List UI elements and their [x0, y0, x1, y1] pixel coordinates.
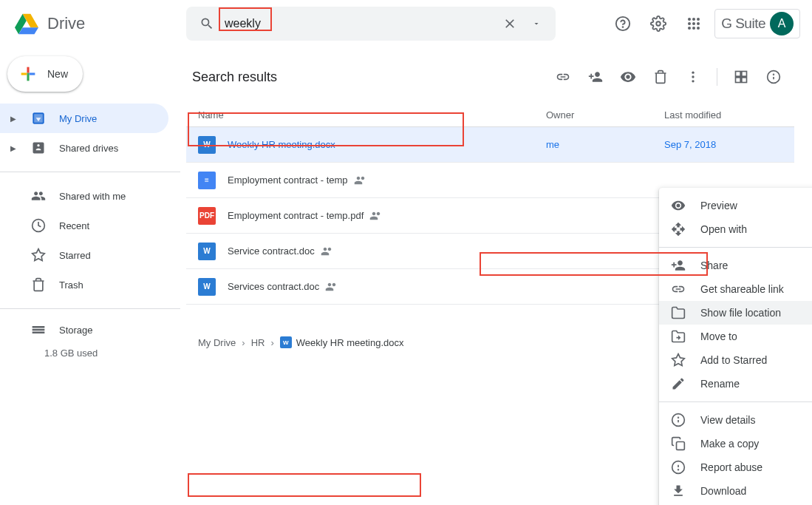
menu-item-show-file-location[interactable]: Show file location	[659, 301, 812, 325]
share-icon[interactable]	[581, 62, 610, 92]
col-owner[interactable]: Owner	[546, 109, 664, 121]
word-file-icon: W	[280, 336, 292, 348]
shared-icon	[321, 245, 334, 258]
expand-icon[interactable]: ▶	[9, 115, 18, 123]
sidebar-item-recent[interactable]: Recent	[0, 211, 168, 240]
pdf-file-icon: PDF	[198, 207, 216, 225]
menu-item-share[interactable]: Share	[659, 254, 812, 277]
file-row[interactable]: W Weekly HR meeting.docx me Sep 7, 2018	[186, 127, 794, 163]
menu-item-add-to-starred[interactable]: Add to Starred	[659, 348, 812, 372]
svg-point-23	[774, 74, 774, 75]
file-owner: me	[546, 139, 664, 150]
avatar[interactable]: A	[770, 12, 794, 35]
sidebar-item-label: Shared drives	[59, 143, 118, 154]
svg-point-8	[697, 22, 700, 25]
menu-item-label: Make a copy	[700, 438, 759, 450]
svg-marker-13	[33, 249, 45, 261]
sidebar-icon	[30, 217, 47, 234]
search-input[interactable]	[222, 17, 497, 30]
sidebar-item-label: Shared with me	[59, 191, 126, 202]
svg-point-11	[697, 27, 700, 30]
menu-item-move-to[interactable]: Move to	[659, 325, 812, 348]
context-menu: Preview Open with › Share Get shareable …	[659, 188, 812, 505]
breadcrumb: My Drive › HR › W Weekly HR meeting.docx	[186, 328, 415, 357]
drive-icon	[30, 139, 47, 157]
docx-file-icon: W	[198, 278, 216, 296]
folder-icon	[671, 305, 686, 320]
chevron-right-icon: ›	[242, 337, 245, 348]
gsuite-label: G Suite	[721, 16, 765, 32]
breadcrumb-part[interactable]: My Drive	[198, 337, 236, 348]
col-modified[interactable]: Last modified	[664, 109, 782, 121]
menu-item-download[interactable]: Download	[659, 479, 812, 503]
sidebar-links: Shared with me Recent Starred Trash	[0, 178, 180, 302]
sidebar-icon	[30, 187, 47, 205]
link-icon[interactable]	[548, 62, 578, 92]
preview-icon[interactable]	[613, 62, 643, 92]
menu-item-view-details[interactable]: View details	[659, 408, 812, 432]
toolbar-divider	[717, 68, 717, 86]
shared-icon	[354, 174, 367, 187]
settings-icon[interactable]	[644, 9, 673, 38]
menu-item-report-abuse[interactable]: Report abuse	[659, 455, 812, 479]
new-button[interactable]: New	[7, 56, 83, 92]
openwith-icon	[671, 222, 686, 237]
svg-rect-17	[736, 72, 741, 77]
menu-item-open-with[interactable]: Open with ›	[659, 217, 812, 241]
docx-file-icon: W	[198, 136, 216, 154]
svg-point-5	[697, 18, 700, 21]
sidebar-divider	[0, 172, 180, 172]
moveto-icon	[671, 329, 686, 344]
sidebar-item-label: Starred	[59, 250, 91, 261]
svg-point-6	[688, 22, 691, 25]
menu-item-rename[interactable]: Rename	[659, 372, 812, 396]
search-options-icon[interactable]	[523, 10, 550, 37]
svg-point-7	[692, 22, 695, 25]
storage-label: Storage	[59, 325, 93, 336]
menu-item-get-shareable-link[interactable]: Get shareable link	[659, 277, 812, 301]
sidebar-icon	[30, 276, 47, 294]
file-name: Services contract.doc	[228, 280, 546, 294]
svg-point-14	[692, 72, 694, 74]
sidebar-item-label: Recent	[59, 220, 89, 231]
download-icon	[671, 484, 686, 498]
sidebar-item-my-drive[interactable]: ▶ My Drive	[0, 104, 168, 133]
storage-used: 1.8 GB used	[0, 345, 180, 362]
svg-point-1	[623, 27, 624, 27]
new-button-label: New	[47, 68, 68, 80]
grid-view-icon[interactable]	[726, 62, 756, 92]
sidebar-item-storage[interactable]: Storage	[0, 315, 168, 345]
search-box	[186, 7, 556, 41]
menu-item-label: Add to Starred	[700, 354, 767, 366]
file-name: Employment contract - temp.pdf	[228, 209, 546, 223]
svg-point-10	[692, 27, 695, 30]
trash-icon[interactable]	[646, 62, 675, 92]
results-title: Search results	[192, 70, 277, 85]
sidebar-item-shared-drives[interactable]: ▶ Shared drives	[0, 133, 168, 163]
sidebar-item-starred[interactable]: Starred	[0, 240, 168, 270]
menu-item-preview[interactable]: Preview	[659, 194, 812, 217]
apps-icon[interactable]	[679, 9, 709, 38]
gdoc-file-icon: ≡	[198, 172, 216, 189]
annotation-highlight	[188, 473, 421, 497]
more-icon[interactable]	[678, 62, 708, 92]
sidebar-item-shared-with-me[interactable]: Shared with me	[0, 181, 168, 211]
support-icon[interactable]	[608, 9, 638, 38]
breadcrumb-part[interactable]: HR	[251, 337, 265, 348]
menu-item-label: View details	[700, 414, 755, 426]
gsuite-badge[interactable]: G Suite A	[714, 9, 800, 38]
menu-divider	[659, 401, 812, 402]
search-icon[interactable]	[192, 9, 222, 38]
link-icon	[671, 282, 686, 296]
expand-icon[interactable]: ▶	[9, 144, 18, 152]
col-name[interactable]: Name	[198, 109, 546, 121]
sidebar-item-trash[interactable]: Trash	[0, 270, 168, 299]
breadcrumb-file[interactable]: W Weekly HR meeting.docx	[280, 336, 404, 348]
svg-point-3	[688, 18, 691, 21]
menu-item-make-a-copy[interactable]: Make a copy	[659, 432, 812, 455]
svg-point-27	[678, 417, 679, 418]
search-clear-icon[interactable]	[497, 10, 523, 37]
details-icon[interactable]	[759, 62, 788, 92]
toolbar	[548, 62, 788, 92]
header: Drive G Suite A	[0, 0, 812, 47]
